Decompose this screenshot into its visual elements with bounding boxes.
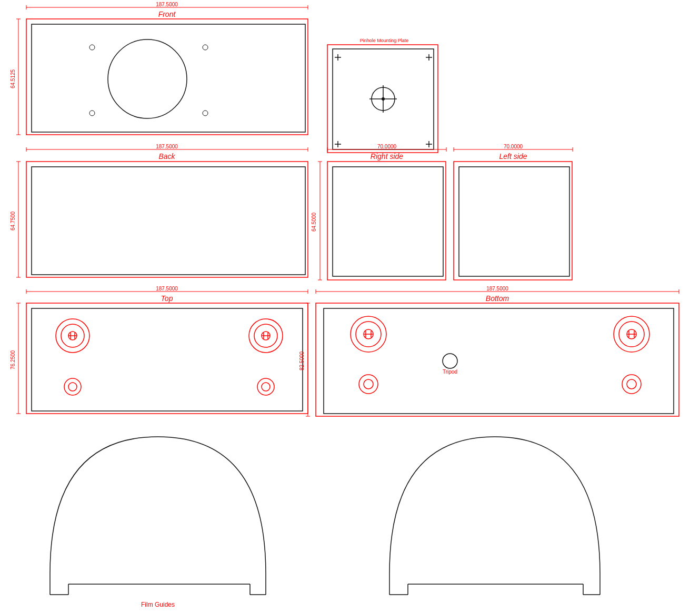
right-height-dim: 64.5000 <box>311 212 317 232</box>
svg-rect-3 <box>26 19 308 135</box>
right-width-dim: 70.0000 <box>377 144 397 149</box>
svg-point-12 <box>203 111 208 116</box>
svg-rect-52 <box>32 308 303 411</box>
back-label: Back <box>158 152 175 160</box>
bottom-label: Bottom <box>486 294 509 303</box>
tripod-label: Tripod <box>443 369 457 375</box>
svg-point-10 <box>203 45 208 50</box>
top-label: Top <box>161 294 173 303</box>
svg-point-70 <box>257 378 274 395</box>
svg-rect-38 <box>327 162 446 280</box>
svg-point-11 <box>89 111 95 116</box>
left-label: Left side <box>499 152 527 160</box>
svg-rect-46 <box>454 162 572 280</box>
svg-point-95 <box>627 379 636 389</box>
back-width-dim: 187.5000 <box>156 144 178 149</box>
svg-rect-75 <box>316 303 679 416</box>
svg-rect-31 <box>32 167 305 275</box>
film-guides-label: Film Guides <box>141 601 175 608</box>
svg-point-69 <box>68 383 77 391</box>
top-width-dim: 187.5000 <box>156 286 178 292</box>
right-label: Right side <box>371 152 403 160</box>
svg-point-8 <box>108 39 187 118</box>
svg-point-71 <box>262 383 270 391</box>
front-label: Front <box>158 10 176 18</box>
svg-point-92 <box>359 375 378 394</box>
svg-point-68 <box>64 378 81 395</box>
svg-rect-30 <box>26 162 308 277</box>
svg-rect-39 <box>333 167 443 276</box>
svg-point-9 <box>89 45 95 50</box>
svg-rect-47 <box>459 167 569 276</box>
svg-rect-4 <box>32 24 305 132</box>
svg-point-93 <box>364 379 373 389</box>
back-height-dim: 64.7500 <box>10 211 16 230</box>
top-height-dim: 76.2500 <box>10 350 16 369</box>
bottom-width-dim: 187.5000 <box>486 286 508 292</box>
front-width-dim: 187.5000 <box>156 2 178 7</box>
svg-point-94 <box>622 375 641 394</box>
left-width-dim: 70.0000 <box>504 144 523 149</box>
front-height-dim: 64.5125 <box>10 69 16 88</box>
pinhole-label: Pinhole Mounting Plate <box>360 38 409 43</box>
svg-point-96 <box>443 354 457 368</box>
bottom-height-dim: 82.5000 <box>299 351 305 370</box>
